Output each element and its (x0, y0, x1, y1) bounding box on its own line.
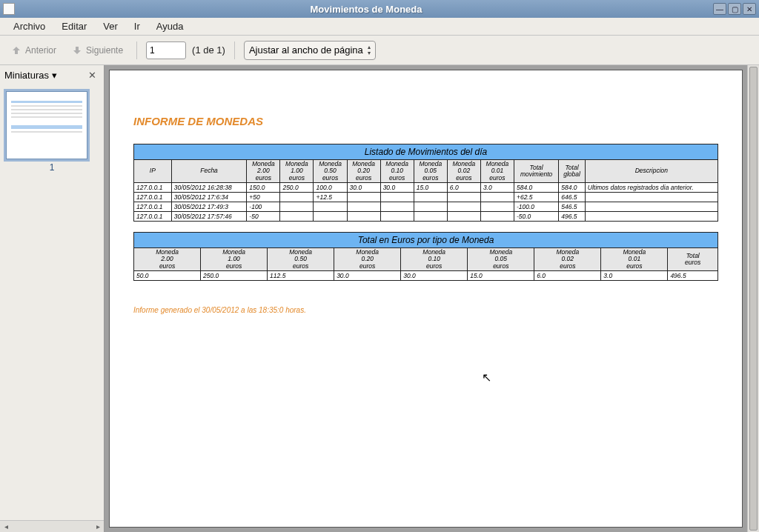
table-cell: 127.0.0.1 (134, 183, 172, 193)
table-cell: Ultimos datos registrados dia anterior. (585, 183, 717, 193)
table-cell: 250.0 (201, 271, 268, 281)
table-cell (480, 202, 514, 212)
thumbnail-preview (11, 101, 82, 133)
vertical-scrollbar[interactable] (747, 65, 759, 532)
scroll-left-icon[interactable]: ◂ (0, 522, 12, 531)
arrow-up-icon (10, 44, 22, 56)
table-cell (585, 193, 717, 202)
cursor-icon: ↖ (482, 370, 491, 385)
menu-edit[interactable]: Editar (54, 19, 94, 34)
column-header: Totaleuros (668, 248, 718, 271)
table-cell (280, 202, 314, 212)
column-header: IP (134, 160, 172, 183)
table-cell: 250.0 (280, 183, 314, 193)
table-cell: 127.0.0.1 (134, 193, 172, 202)
table-cell: 30.0 (401, 271, 468, 281)
table-cell: +12.5 (314, 193, 347, 202)
table-cell: -100 (247, 202, 280, 212)
prev-label: Anterior (25, 45, 56, 56)
table-cell: 100.0 (314, 183, 347, 193)
table-cell: 3.0 (601, 271, 668, 281)
table-cell (380, 193, 414, 202)
table-cell (347, 193, 380, 202)
table-cell: -100.0 (514, 202, 558, 212)
report-footer: Informe generado el 30/05/2012 a las 18:… (133, 306, 718, 314)
minimize-button[interactable]: — (713, 3, 726, 15)
table-cell: 584.0 (559, 183, 585, 193)
table-cell (447, 193, 480, 202)
table-cell (480, 212, 514, 222)
arrow-down-icon (71, 44, 83, 56)
close-icon[interactable]: ✕ (85, 68, 99, 82)
menu-file[interactable]: Archivo (6, 19, 53, 34)
scroll-thumb[interactable] (749, 67, 758, 531)
chevron-down-icon[interactable]: ▾ (52, 70, 57, 81)
table-cell (414, 193, 447, 202)
title-bar: Movimientos de Moneda — ▢ ✕ (0, 0, 759, 18)
toolbar-separator (136, 41, 137, 59)
table-cell: 546.5 (559, 202, 585, 212)
table-cell (585, 202, 717, 212)
menu-view[interactable]: Ver (96, 19, 125, 34)
column-header: Moneda0.05euros (468, 248, 534, 271)
column-header: Moneda0.02euros (447, 160, 480, 183)
sidebar-title[interactable]: Miniaturas (4, 70, 49, 81)
sidebar: Miniaturas ▾ ✕ 1 ◂ ▸ (0, 65, 104, 532)
next-button[interactable]: Siguiente (67, 41, 127, 59)
column-header: Moneda1.00euros (280, 160, 314, 183)
prev-button[interactable]: Anterior (6, 41, 61, 59)
table1-caption: Listado de Movimientos del día (134, 144, 718, 160)
app-icon (3, 3, 15, 15)
column-header: Moneda0.20euros (334, 248, 401, 271)
table-row: 127.0.0.130/05/2012 17:6:34+50+12.5+62.5… (134, 193, 718, 202)
column-header: Fecha (171, 160, 247, 183)
table-cell: 646.5 (559, 193, 585, 202)
table-cell: 30/05/2012 16:28:38 (171, 183, 247, 193)
thumbnails-area[interactable]: 1 (0, 85, 104, 520)
table-cell (314, 202, 347, 212)
table-cell: 50.0 (134, 271, 201, 281)
table-cell (585, 212, 717, 222)
toolbar-separator-2 (234, 41, 235, 59)
document-viewer: INFORME DE MONEDAS Listado de Movimiento… (104, 65, 759, 532)
column-header: Moneda0.01euros (601, 248, 668, 271)
table-cell (414, 202, 447, 212)
thumbnail-number: 1 (6, 162, 98, 173)
page-thumbnail[interactable] (6, 91, 87, 159)
horizontal-scrollbar[interactable]: ◂ ▸ (0, 520, 104, 532)
column-header: Totalglobal (559, 160, 585, 183)
page-number-input[interactable] (146, 41, 186, 59)
movements-table: Listado de Movimientos del día IPFechaMo… (133, 144, 718, 222)
sidebar-header: Miniaturas ▾ ✕ (0, 65, 104, 85)
table-row: 127.0.0.130/05/2012 17:57:46-50-50.0496.… (134, 212, 718, 222)
column-header: Moneda0.05euros (414, 160, 447, 183)
window-title: Movimientos de Moneda (19, 4, 713, 15)
document-page[interactable]: INFORME DE MONEDAS Listado de Movimiento… (109, 70, 743, 528)
column-header: Moneda2.00euros (134, 248, 201, 271)
close-button[interactable]: ✕ (743, 3, 756, 15)
window-buttons: — ▢ ✕ (713, 3, 756, 15)
column-header: Moneda0.02euros (534, 248, 601, 271)
table-cell (447, 212, 480, 222)
scroll-track[interactable] (12, 522, 92, 531)
column-header: Moneda0.10euros (380, 160, 414, 183)
column-header: Totalmovimiento (514, 160, 558, 183)
table-cell (414, 212, 447, 222)
table1-body: 127.0.0.130/05/2012 16:28:38150.0250.010… (134, 183, 718, 222)
spinner-icon: ▴▾ (368, 44, 371, 56)
table-cell: 150.0 (247, 183, 280, 193)
scroll-right-icon[interactable]: ▸ (92, 522, 104, 531)
table-cell: 127.0.0.1 (134, 212, 172, 222)
table-row: 127.0.0.130/05/2012 17:49:3-100-100.0546… (134, 202, 718, 212)
table-cell: 30.0 (380, 183, 414, 193)
menu-go[interactable]: Ir (127, 19, 148, 34)
table-cell: 15.0 (468, 271, 534, 281)
table-cell (480, 193, 514, 202)
column-header: Moneda2.00euros (247, 160, 280, 183)
zoom-select[interactable]: Ajustar al ancho de página ▴▾ (244, 41, 376, 60)
menu-help[interactable]: Ayuda (149, 19, 191, 34)
column-header: Moneda0.50euros (268, 248, 334, 271)
table-cell: -50.0 (514, 212, 558, 222)
table2-caption: Total en Euros por tipo de Moneda (134, 233, 718, 248)
maximize-button[interactable]: ▢ (728, 3, 741, 15)
